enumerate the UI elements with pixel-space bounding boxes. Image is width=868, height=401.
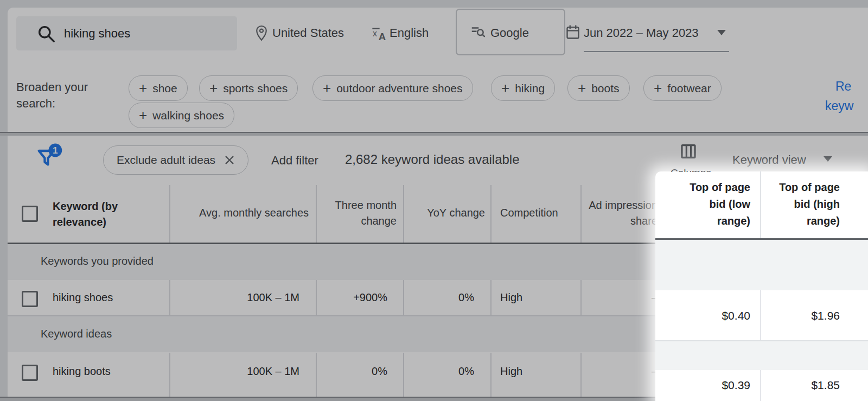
exclude-adult-ideas-chip[interactable]: Exclude adult ideas [103,145,248,175]
keyword-view-selector[interactable]: Keyword view [732,153,806,167]
ideas-count-text: 2,682 keyword ideas available [345,152,520,167]
date-range-dropdown-icon[interactable] [717,30,726,35]
bid-low-cell: $0.39 [685,379,750,392]
chip-label: boots [591,82,619,95]
language-selector[interactable]: English [390,26,429,40]
filter-funnel-icon[interactable]: 1 [34,143,64,174]
columns-caption-clipped: Columns [671,167,712,172]
chip-label: walking shoes [152,109,224,122]
row-checkbox[interactable] [22,365,38,381]
col-divider [169,185,170,243]
search-icon [36,23,56,44]
col-divider [580,353,582,397]
yoy-cell: 0% [403,365,474,378]
chip-label: footwear [667,82,711,95]
keyword-planner-screen: hiking shoes United States x A English G… [0,0,868,401]
chip-label: shoe [152,82,177,95]
calendar-icon [565,24,580,41]
location-pin-icon [254,24,269,43]
bid-low-cell: $0.40 [685,309,750,322]
broaden-chip-boots[interactable]: + boots [567,75,630,101]
col-divider [403,185,404,243]
section-row-ideas-highlight [655,341,868,370]
plus-icon: + [654,81,662,95]
network-label: Google [490,26,529,40]
col-divider [580,280,582,315]
col-divider [316,280,317,315]
col-header-keyword[interactable]: Keyword (by relevance) [53,199,150,230]
svg-text:A: A [379,31,386,42]
ad-impression-cell: – [580,291,658,304]
section-label-ideas: Keyword ideas [41,328,112,340]
keyword-cell: hiking shoes [53,291,113,304]
avg-monthly-cell: 100K – 1M [169,365,299,378]
filter-chip-label: Exclude adult ideas [117,154,215,167]
plus-icon: + [323,81,331,95]
columns-icon[interactable] [679,142,698,161]
col-divider [169,353,170,397]
plus-icon: + [578,81,586,95]
broaden-chip-shoe[interactable]: + shoe [129,75,188,101]
col-divider [490,353,492,397]
search-network-icon [470,24,486,40]
plus-icon: + [209,81,218,95]
broaden-chip-outdoor-adventure-shoes[interactable]: + outdoor adventure shoes [312,75,473,101]
col-divider [760,171,761,238]
broaden-chip-sports-shoes[interactable]: + sports shoes [199,75,298,101]
select-all-checkbox[interactable] [22,206,38,222]
col-divider [316,353,317,397]
chip-label: outdoor adventure shoes [336,82,462,95]
keyword-cell: hiking boots [53,365,111,378]
chip-label: hiking [515,82,545,95]
col-divider [580,185,582,243]
plus-icon: + [501,81,509,95]
keyword-view-dropdown-icon[interactable] [824,156,832,162]
col-divider [490,280,492,315]
chip-label: sports shoes [223,82,288,95]
three-month-cell: +900% [316,291,387,304]
col-divider [490,185,492,243]
search-input-value[interactable]: hiking shoes [64,27,130,41]
date-range-selector[interactable]: Jun 2022 – May 2023 [584,26,699,40]
bid-high-cell: $1.96 [775,309,840,322]
plus-icon: + [139,81,147,95]
remove-filter-icon[interactable] [224,155,235,166]
translate-icon: x A [371,25,388,42]
section-row-provided-highlight [655,240,868,290]
svg-text:x: x [373,29,377,38]
col-divider [403,280,404,315]
col-divider [169,280,170,315]
date-range-underline [584,51,729,52]
col-header-avg-monthly[interactable]: Avg. monthly searches [169,205,309,221]
location-selector[interactable]: United States [272,26,344,40]
avg-monthly-cell: 100K – 1M [169,291,299,304]
add-filter-button[interactable]: Add filter [271,154,318,168]
col-header-ad-impression[interactable]: Ad impression share [580,198,658,229]
col-header-yoy[interactable]: YoY change [403,205,485,221]
col-divider [316,185,317,243]
col-divider [403,353,404,397]
section-label-provided: Keywords you provided [41,255,154,268]
plus-icon: + [139,108,147,122]
competition-cell: High [500,365,522,378]
refine-keywords-link[interactable]: Re [835,79,851,94]
refine-keywords-link-line2[interactable]: keyw [825,99,853,113]
col-header-three-month[interactable]: Three month change [316,198,397,229]
col-divider [760,370,761,401]
col-header-competition[interactable]: Competition [500,205,576,221]
col-header-bid-low[interactable]: Top of page bid (low range) [681,179,750,230]
yoy-cell: 0% [403,291,474,304]
filter-count-badge: 1 [53,145,58,156]
bid-high-cell: $1.85 [775,379,840,392]
col-header-bid-high[interactable]: Top of page bid (high range) [770,179,840,230]
broaden-chip-footwear[interactable]: + footwear [643,75,722,101]
broaden-chip-walking-shoes[interactable]: + walking shoes [129,103,234,128]
highlighted-bid-columns-panel: Top of page bid (low range) Top of page … [655,171,868,401]
ad-impression-cell: – [580,365,658,378]
competition-cell: High [500,291,522,304]
col-divider [760,290,761,341]
broaden-chip-hiking[interactable]: + hiking [491,75,555,101]
broaden-search-label: Broaden your search: [16,79,111,112]
three-month-cell: 0% [316,365,387,378]
row-checkbox[interactable] [22,291,38,307]
